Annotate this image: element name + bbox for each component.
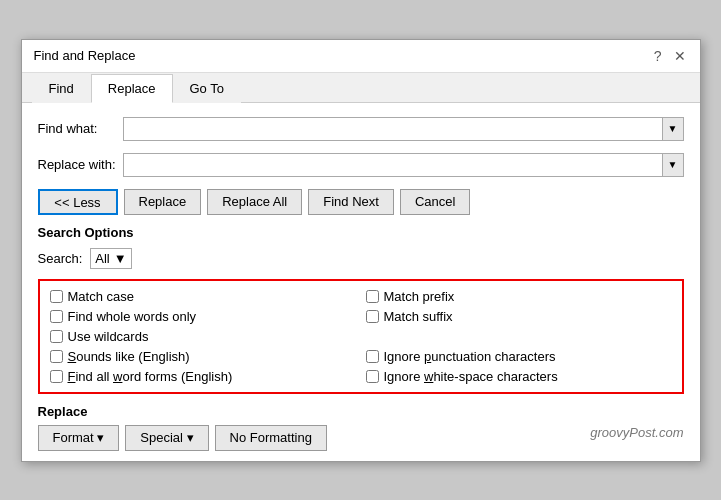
no-formatting-button[interactable]: No Formatting: [215, 425, 327, 451]
search-value: All: [95, 251, 109, 266]
close-button[interactable]: ✕: [672, 48, 688, 64]
ignore-punct-item: Ignore punctuation characters: [366, 349, 672, 364]
cancel-button[interactable]: Cancel: [400, 189, 470, 215]
sounds-like-item: Sounds like (English): [50, 349, 356, 364]
less-button[interactable]: << Less: [38, 189, 118, 215]
match-suffix-label[interactable]: Match suffix: [384, 309, 453, 324]
options-box: Match case Match prefix Find whole words…: [38, 279, 684, 394]
word-forms-checkbox[interactable]: [50, 370, 63, 383]
action-buttons: << Less Replace Replace All Find Next Ca…: [38, 189, 684, 215]
match-prefix-item: Match prefix: [366, 289, 672, 304]
ignore-punct-label[interactable]: Ignore punctuation characters: [384, 349, 556, 364]
replace-all-button[interactable]: Replace All: [207, 189, 302, 215]
word-forms-label[interactable]: Find all word forms (English): [68, 369, 233, 384]
wildcards-item: Use wildcards: [50, 329, 356, 344]
replace-with-row: Replace with: ▼: [38, 153, 684, 177]
search-options-title: Search Options: [38, 225, 684, 240]
replace-with-input-wrap: ▼: [123, 153, 684, 177]
tab-goto[interactable]: Go To: [173, 74, 241, 103]
match-case-label[interactable]: Match case: [68, 289, 134, 304]
tab-find[interactable]: Find: [32, 74, 91, 103]
ignore-space-item: Ignore white-space characters: [366, 369, 672, 384]
find-what-input[interactable]: [124, 118, 662, 140]
sounds-like-label[interactable]: Sounds like (English): [68, 349, 190, 364]
wildcards-label[interactable]: Use wildcards: [68, 329, 149, 344]
whole-words-item: Find whole words only: [50, 309, 356, 324]
find-what-dropdown[interactable]: ▼: [662, 118, 683, 140]
whole-words-label[interactable]: Find whole words only: [68, 309, 197, 324]
title-icons: ? ✕: [652, 48, 688, 64]
word-forms-item: Find all word forms (English): [50, 369, 356, 384]
ignore-punct-checkbox[interactable]: [366, 350, 379, 363]
replace-with-input[interactable]: [124, 154, 662, 176]
search-select-arrow: ▼: [114, 251, 127, 266]
find-next-button[interactable]: Find Next: [308, 189, 394, 215]
format-button[interactable]: Format ▾: [38, 425, 120, 451]
sounds-like-checkbox[interactable]: [50, 350, 63, 363]
help-button[interactable]: ?: [652, 48, 664, 64]
special-button[interactable]: Special ▾: [125, 425, 208, 451]
watermark: groovyPost.com: [590, 425, 683, 451]
search-row: Search: All ▼: [38, 248, 684, 269]
replace-section-title: Replace: [38, 404, 684, 419]
replace-with-label: Replace with:: [38, 157, 123, 172]
match-suffix-checkbox[interactable]: [366, 310, 379, 323]
whole-words-checkbox[interactable]: [50, 310, 63, 323]
title-bar: Find and Replace ? ✕: [22, 40, 700, 73]
find-what-input-wrap: ▼: [123, 117, 684, 141]
match-case-item: Match case: [50, 289, 356, 304]
match-suffix-item: Match suffix: [366, 309, 672, 324]
search-label: Search:: [38, 251, 83, 266]
ignore-space-checkbox[interactable]: [366, 370, 379, 383]
match-prefix-checkbox[interactable]: [366, 290, 379, 303]
replace-buttons-row: Format ▾ Special ▾ No Formatting groovyP…: [38, 425, 684, 451]
replace-with-dropdown[interactable]: ▼: [662, 154, 683, 176]
tabs: Find Replace Go To: [22, 73, 700, 103]
ignore-space-label[interactable]: Ignore white-space characters: [384, 369, 558, 384]
find-replace-dialog: Find and Replace ? ✕ Find Replace Go To …: [21, 39, 701, 462]
wildcards-checkbox[interactable]: [50, 330, 63, 343]
dialog-content: Find what: ▼ Replace with: ▼ << Less Rep…: [22, 103, 700, 461]
replace-button[interactable]: Replace: [124, 189, 202, 215]
replace-section: Replace Format ▾ Special ▾ No Formatting…: [38, 404, 684, 451]
search-select[interactable]: All ▼: [90, 248, 131, 269]
match-case-checkbox[interactable]: [50, 290, 63, 303]
dialog-title: Find and Replace: [34, 48, 136, 63]
find-what-label: Find what:: [38, 121, 123, 136]
tab-replace[interactable]: Replace: [91, 74, 173, 103]
match-prefix-label[interactable]: Match prefix: [384, 289, 455, 304]
find-what-row: Find what: ▼: [38, 117, 684, 141]
